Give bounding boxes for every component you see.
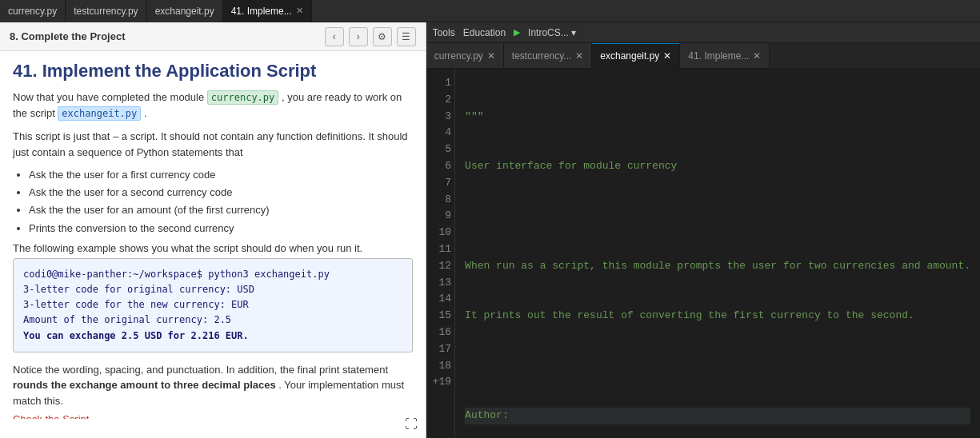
close-icon[interactable]: ✕ xyxy=(487,50,495,62)
close-icon[interactable]: ✕ xyxy=(663,50,671,62)
right-tab-testcurrency[interactable]: testcurrency... ✕ xyxy=(504,43,592,69)
top-tab-exchangeit-label: exchangeit.py xyxy=(155,6,214,17)
toolbar-introCS[interactable]: IntroCS... ▾ xyxy=(528,27,576,38)
close-icon[interactable]: ✕ xyxy=(753,50,761,62)
left-footer: ⛶ xyxy=(0,419,426,438)
section-title: 41. Implement the Application Script xyxy=(13,61,413,82)
left-content: 41. Implement the Application Script Now… xyxy=(0,51,426,419)
list-item: Prints the conversion to the second curr… xyxy=(29,221,413,236)
code-line-2: User interface for module currency xyxy=(465,158,970,175)
top-tab-bar: currency.py testcurrency.py exchangeit.p… xyxy=(0,0,980,22)
chevron-down-icon: ▾ xyxy=(571,27,576,38)
toolbar-tools[interactable]: Tools xyxy=(433,27,455,38)
code-line-5: It prints out the result of converting t… xyxy=(465,308,970,325)
right-toolbar: Tools Education ▶ IntroCS... ▾ xyxy=(426,22,980,43)
expand-icon[interactable]: ⛶ xyxy=(405,417,418,432)
top-tab-testcurrency[interactable]: testcurrency.py xyxy=(66,0,146,22)
notice-bold: rounds the exchange amount to three deci… xyxy=(13,379,276,391)
code-example-line-4: Amount of the original currency: 2.5 xyxy=(23,314,231,325)
main-area: 8. Complete the Project ‹ › ⚙ ☰ 41. Impl… xyxy=(0,22,980,438)
list-item: Ask the the user for a second currency c… xyxy=(29,185,413,200)
notice-paragraph: Notice the wording, spacing, and punctua… xyxy=(13,362,413,409)
intro-paragraph-2: This script is just that – a script. It … xyxy=(13,129,413,160)
right-tab-implement[interactable]: 41. Impleme... ✕ xyxy=(680,43,770,69)
top-tab-currency[interactable]: currency.py xyxy=(0,0,66,22)
code-example-box: codi0@mike-panther:~/workspace$ python3 … xyxy=(13,258,413,352)
settings-icon[interactable]: ⚙ xyxy=(373,27,392,46)
inline-code-exchangeit: exchangeit.py xyxy=(58,106,141,121)
top-tab-implement[interactable]: 41. Impleme... ✕ xyxy=(223,0,312,22)
toolbar-education[interactable]: Education xyxy=(463,27,506,38)
check-link[interactable]: Check the Script xyxy=(13,413,413,419)
editor-content: 1 2 3 4 5 6 7 8 9 10 11 12 13 14 15 16 1 xyxy=(426,69,980,438)
right-tab-currency[interactable]: currency.py ✕ xyxy=(426,43,504,69)
left-header: 8. Complete the Project ‹ › ⚙ ☰ xyxy=(0,22,426,51)
list-item: Ask the the user for a first currency co… xyxy=(29,168,413,182)
left-panel: 8. Complete the Project ‹ › ⚙ ☰ 41. Impl… xyxy=(0,22,426,438)
bullet-list: Ask the the user for a first currency co… xyxy=(29,168,413,236)
top-tab-exchangeit[interactable]: exchangeit.py xyxy=(147,0,223,22)
code-line-1: """ xyxy=(465,109,970,125)
editor-area[interactable]: 1 2 3 4 5 6 7 8 9 10 11 12 13 14 15 16 1 xyxy=(426,69,980,438)
code-line-6 xyxy=(465,358,970,375)
menu-icon[interactable]: ☰ xyxy=(397,27,416,46)
code-example-line-5: You can exchange 2.5 USD for 2.216 EUR. xyxy=(23,330,249,341)
nav-next-button[interactable]: › xyxy=(349,27,368,46)
right-tab-exchangeit-label: exchangeit.py xyxy=(600,50,659,62)
top-tab-implement-label: 41. Impleme... xyxy=(231,6,292,17)
line-numbers: 1 2 3 4 5 6 7 8 9 10 11 12 13 14 15 16 1 xyxy=(426,69,455,438)
example-label: The following example shows you what the… xyxy=(13,242,413,254)
code-line-3 xyxy=(465,208,970,225)
inline-code-currency: currency.py xyxy=(207,90,278,105)
right-panel: Tools Education ▶ IntroCS... ▾ currency.… xyxy=(426,22,980,438)
left-header-icons: ‹ › ⚙ ☰ xyxy=(325,27,416,46)
right-tab-bar: currency.py ✕ testcurrency... ✕ exchange… xyxy=(426,43,980,69)
code-line-7: Author: xyxy=(465,408,970,424)
close-icon[interactable]: ✕ xyxy=(296,6,303,16)
top-tab-currency-label: currency.py xyxy=(8,6,57,17)
close-icon[interactable]: ✕ xyxy=(575,50,583,62)
right-tab-currency-label: currency.py xyxy=(434,50,483,62)
code-lines: """ User interface for module currency W… xyxy=(455,69,980,438)
intro-paragraph-1: Now that you have completed the module c… xyxy=(13,90,413,121)
list-item: Ask the the user for an amount (of the f… xyxy=(29,203,413,217)
code-example-line-3: 3-letter code for the new currency: EUR xyxy=(23,299,249,310)
code-line-4: When run as a script, this module prompt… xyxy=(465,258,970,275)
right-tab-implement-label: 41. Impleme... xyxy=(688,50,749,62)
right-tab-testcurrency-label: testcurrency... xyxy=(512,50,571,62)
play-icon[interactable]: ▶ xyxy=(514,27,520,38)
code-example-line-1: codi0@mike-panther:~/workspace$ python3 … xyxy=(23,269,330,280)
top-tab-testcurrency-label: testcurrency.py xyxy=(74,6,138,17)
code-example-line-2: 3-letter code for original currency: USD xyxy=(23,284,254,295)
right-tab-exchangeit[interactable]: exchangeit.py ✕ xyxy=(592,43,680,69)
left-header-title: 8. Complete the Project xyxy=(10,30,125,42)
nav-prev-button[interactable]: ‹ xyxy=(325,27,344,46)
